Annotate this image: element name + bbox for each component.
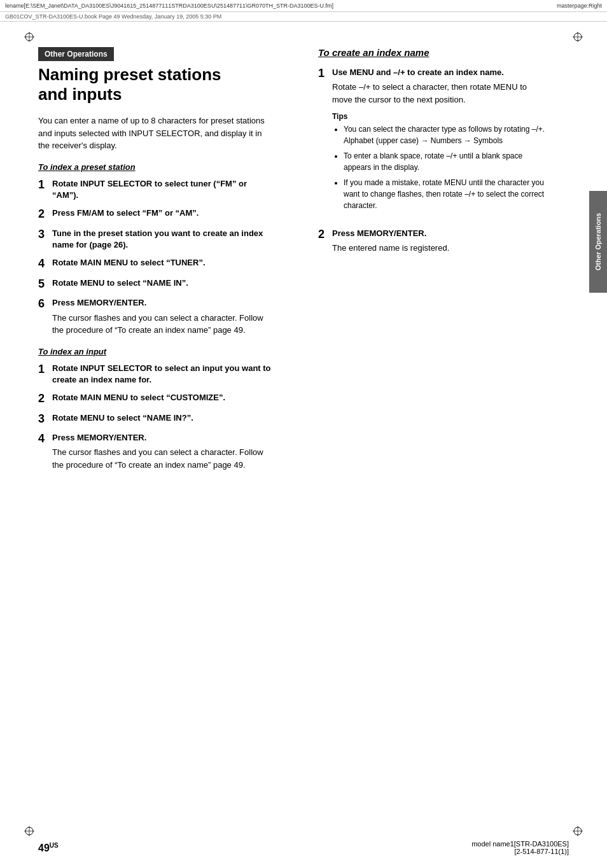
step-text: Press MEMORY/ENTER. <box>52 298 146 307</box>
step-number: 2 <box>38 207 52 221</box>
page-number: 49US <box>38 843 59 853</box>
index-input-section: To index an input 1 Rotate INPUT SELECTO… <box>38 347 274 472</box>
main-heading-line1: Naming preset stations <box>38 65 221 84</box>
sidebar-tab: Other Operations <box>589 191 607 293</box>
step-text: Use MENU and –/+ to create an index name… <box>332 67 504 77</box>
step-number: 3 <box>38 412 52 426</box>
step-item: 6 Press MEMORY/ENTER. The cursor flashes… <box>38 297 274 336</box>
header-filename: lename[E:\SEM_Janet\DATA_DA3100ES\J90416… <box>5 3 333 9</box>
step-text: Rotate MAIN MENU to select “CUSTOMIZE”. <box>52 392 274 403</box>
tip-item: If you made a mistake, rotate MENU until… <box>344 177 547 211</box>
step-number: 5 <box>38 277 52 291</box>
step-number: 1 <box>38 178 52 192</box>
step-number: 3 <box>38 228 52 242</box>
corner-mark-tr <box>571 31 584 43</box>
step-subtext: Rotate –/+ to select a character, then r… <box>332 81 547 106</box>
main-heading: Naming preset stations and inputs <box>38 65 274 104</box>
step-subtext: The cursor flashes and you can select a … <box>52 446 274 471</box>
step-number: 4 <box>38 257 52 271</box>
step-item: 4 Rotate MAIN MENU to select “TUNER”. <box>38 257 274 271</box>
step-text: Rotate MENU to select “NAME IN”. <box>52 277 274 289</box>
tip-item: To enter a blank space, rotate –/+ until… <box>344 150 547 173</box>
index-input-steps: 1 Rotate INPUT SELECTOR to select an inp… <box>38 363 274 472</box>
step-number: 2 <box>318 228 332 242</box>
step-text: Press FM/AM to select “FM” or “AM”. <box>52 207 274 219</box>
page-wrapper: lename[E:\SEM_Janet\DATA_DA3100ES\J90416… <box>0 0 607 868</box>
index-preset-steps: 1 Rotate INPUT SELECTOR to select tuner … <box>38 178 274 337</box>
header-file-info: GB01COV_STR-DA3100ES-U.book Page 49 Wedn… <box>0 12 607 22</box>
step-item: 2 Press FM/AM to select “FM” or “AM”. <box>38 207 274 221</box>
create-index-steps: 1 Use MENU and –/+ to create an index na… <box>318 67 547 255</box>
step-number: 1 <box>38 363 52 377</box>
step-item: 1 Use MENU and –/+ to create an index na… <box>318 67 547 221</box>
step-item: 3 Rotate MENU to select “NAME IN?”. <box>38 412 274 426</box>
index-preset-section: To index a preset station 1 Rotate INPUT… <box>38 162 274 337</box>
step-text: Rotate MAIN MENU to select “TUNER”. <box>52 257 274 269</box>
corner-mark-tl <box>23 31 36 43</box>
step-text: Rotate INPUT SELECTOR to select tuner (“… <box>52 178 274 201</box>
index-input-heading: To index an input <box>38 347 274 356</box>
step-item: 1 Rotate INPUT SELECTOR to select tuner … <box>38 178 274 201</box>
sidebar-tab-label: Other Operations <box>594 213 602 270</box>
step-number: 4 <box>38 432 52 446</box>
step-text: Press MEMORY/ENTER. <box>52 433 146 442</box>
step-subtext: The cursor flashes and you can select a … <box>52 312 274 337</box>
step-item: 1 Rotate INPUT SELECTOR to select an inp… <box>38 363 274 386</box>
page-footer: 49US model name1[STR-DA3100ES] [2-514-87… <box>0 840 607 855</box>
step-item: 2 Press MEMORY/ENTER. The entered name i… <box>318 228 547 255</box>
tip-item: You can select the character type as fol… <box>344 123 547 146</box>
left-column: Other Operations Naming preset stations … <box>0 22 293 507</box>
header-masterpage: masterpage:Right <box>557 3 602 9</box>
step-text: Press MEMORY/ENTER. <box>332 228 426 238</box>
section-label: Other Operations <box>38 47 114 61</box>
intro-text: You can enter a name of up to 8 characte… <box>38 115 274 152</box>
main-heading-line2: and inputs <box>38 85 122 104</box>
page-suffix: US <box>50 841 59 848</box>
step-text: Tune in the preset station you want to c… <box>52 228 274 251</box>
index-preset-heading: To index a preset station <box>38 162 274 172</box>
content-area: Other Operations Naming preset stations … <box>0 22 607 507</box>
tips-list: You can select the character type as fol… <box>332 123 547 211</box>
page-number-block: 49US <box>38 841 59 853</box>
step-number: 2 <box>38 392 52 406</box>
tips-label: Tips <box>332 112 547 121</box>
step-subtext: The entered name is registered. <box>332 242 547 255</box>
create-index-heading: To create an index name <box>318 47 547 58</box>
corner-mark-br <box>571 825 584 837</box>
tips-section: Tips You can select the character type a… <box>332 112 547 211</box>
step-item: 2 Rotate MAIN MENU to select “CUSTOMIZE”… <box>38 392 274 406</box>
step-item: 3 Tune in the preset station you want to… <box>38 228 274 251</box>
step-text: Rotate MENU to select “NAME IN?”. <box>52 412 274 424</box>
step-number: 1 <box>318 67 332 81</box>
model-info: model name1[STR-DA3100ES] [2-514-877-11(… <box>471 840 569 855</box>
right-column: To create an index name 1 Use MENU and –… <box>293 22 566 507</box>
step-item: 4 Press MEMORY/ENTER. The cursor flashes… <box>38 432 274 471</box>
step-number: 6 <box>38 297 52 311</box>
header-bar: lename[E:\SEM_Janet\DATA_DA3100ES\J90416… <box>0 0 607 12</box>
step-text: Rotate INPUT SELECTOR to select an input… <box>52 363 274 386</box>
step-item: 5 Rotate MENU to select “NAME IN”. <box>38 277 274 291</box>
corner-mark-bl <box>23 825 36 837</box>
create-index-section: To create an index name 1 Use MENU and –… <box>318 47 547 255</box>
